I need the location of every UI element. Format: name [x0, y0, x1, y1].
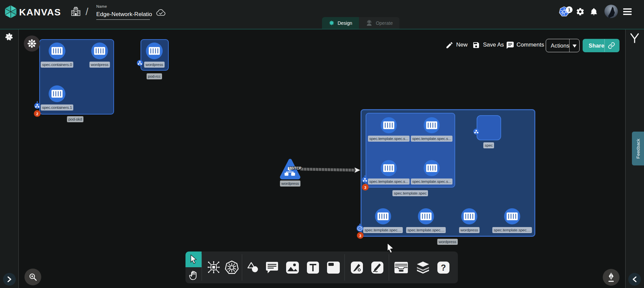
svg-text:80/TCP: 80/TCP	[289, 166, 302, 170]
svg-text:3: 3	[359, 234, 361, 238]
svg-text:?: ?	[441, 263, 446, 272]
svg-text:3: 3	[364, 186, 366, 190]
svg-text:2: 2	[36, 112, 38, 116]
